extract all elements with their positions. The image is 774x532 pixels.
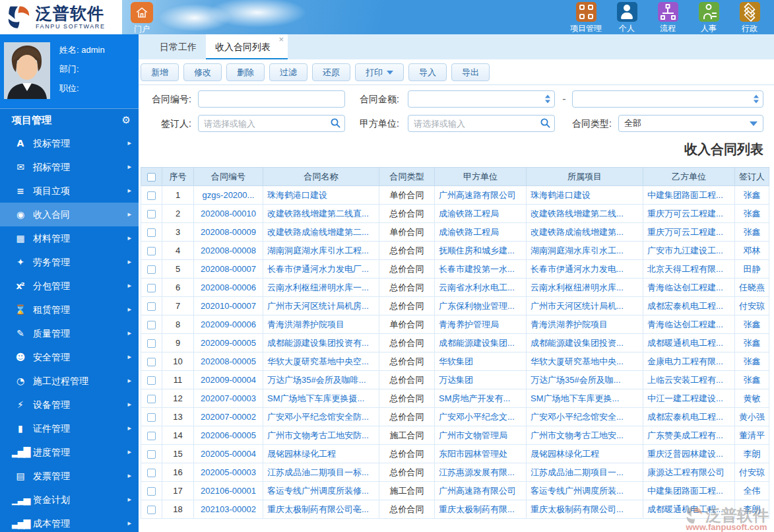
sidebar-item-lease[interactable]: ⌛租赁管理▸	[0, 298, 139, 321]
sidebar-item-invoice[interactable]: ▤发票管理▸	[0, 464, 139, 488]
checkbox[interactable]	[147, 321, 156, 329]
sidebar-item-bid[interactable]: A投标管理▸	[0, 131, 139, 155]
sidebar-item-tender[interactable]: ✉招标管理▸	[0, 155, 139, 179]
cell-party-a[interactable]: 广州高速路有限公司	[435, 482, 527, 500]
cell-name[interactable]: 重庆太极制药有限公司亳...	[263, 500, 379, 519]
sidebar-item-construction[interactable]: ◔施工过程管理▸	[0, 369, 139, 393]
cell-project[interactable]: 改建铁路成渝线增建第...	[527, 223, 643, 242]
cell-project[interactable]: 万达广场35#会所及咖...	[527, 371, 643, 389]
cell-code[interactable]: 202009-00005	[194, 334, 263, 352]
sidebar-item-safety[interactable]: ☻安全管理▸	[0, 345, 139, 369]
checkbox[interactable]	[147, 487, 156, 496]
delete-button[interactable]: 删除	[226, 63, 265, 81]
cell-code[interactable]: 202008-00009	[194, 223, 263, 242]
cell-party-b[interactable]: 青海临达创工程建...	[643, 279, 735, 297]
cell-name[interactable]: 客运专线广州调度所装修...	[263, 482, 379, 500]
cell-code[interactable]: 202010-00007	[194, 297, 263, 316]
checkbox[interactable]	[147, 265, 156, 274]
cell-code[interactable]: 202008-00005	[194, 352, 263, 371]
cell-party-a[interactable]: 广东保利物业管理...	[435, 297, 527, 316]
cell-code[interactable]: 202103-00002	[194, 500, 263, 519]
cell-name[interactable]: 广州市天河区统计局机房...	[263, 297, 379, 316]
cell-project[interactable]: 湖南洞庭湖水库引水工...	[527, 242, 643, 260]
restore-button[interactable]: 还原	[312, 63, 350, 81]
checkbox[interactable]	[147, 339, 156, 348]
spinner-icon[interactable]	[754, 95, 759, 104]
cell-party-a[interactable]: 长春市建投第一水...	[435, 260, 527, 279]
cell-party-a[interactable]: 万达集团	[435, 371, 527, 389]
cell-party-a[interactable]: 青海养护管理局	[435, 316, 527, 334]
cell-party-b[interactable]: 重庆万可云工程建...	[643, 223, 735, 242]
close-icon[interactable]: ×	[278, 34, 284, 45]
cell-party-b[interactable]: 成都暖通机电工程...	[643, 334, 735, 352]
cell-party-b[interactable]: 中建集团路面工程...	[643, 186, 735, 205]
cell-name[interactable]: 成都能源建设集团投资有...	[263, 334, 379, 352]
cell-party-b[interactable]: 中江一建工程建设...	[643, 389, 735, 408]
cell-name[interactable]: 青海洪湖养护院项目	[263, 316, 379, 334]
cell-project[interactable]: 广州市文物考古工地安...	[527, 426, 643, 445]
cell-name[interactable]: 广安邓小平纪念馆安全防...	[263, 408, 379, 426]
print-button[interactable]: 打印	[355, 63, 404, 81]
checkbox[interactable]	[147, 228, 156, 237]
cell-code[interactable]: 202008-00006	[194, 279, 263, 297]
sidebar-item-equipment[interactable]: ⚡设备管理▸	[0, 393, 139, 416]
cell-code[interactable]: 202008-00008	[194, 242, 263, 260]
cell-code[interactable]: 202007-00002	[194, 408, 263, 426]
cell-signer[interactable]: 张鑫	[735, 205, 769, 223]
cell-party-a[interactable]: 江苏惠源发展有限...	[435, 463, 527, 482]
cell-party-a[interactable]: 东阳市园林管理处	[435, 445, 527, 463]
sidebar-item-quality[interactable]: ✎质量管理▸	[0, 321, 139, 345]
cell-party-b[interactable]: 金康电力工程有限...	[643, 352, 735, 371]
checkbox[interactable]	[147, 191, 156, 200]
nav-module-personal[interactable]: 个人	[606, 2, 647, 34]
cell-project[interactable]: 珠海鹤港口建设	[527, 186, 643, 205]
cell-project[interactable]: 云南水利枢纽潜明水库...	[527, 279, 643, 297]
nav-module-admin[interactable]: 行政	[729, 2, 770, 34]
sidebar-item-certificate[interactable]: ▮证件管理▸	[0, 416, 139, 440]
contract-type-select[interactable]: 全部	[618, 115, 763, 132]
cell-name[interactable]: 万达广场35#会所及咖啡...	[263, 371, 379, 389]
cell-code[interactable]: 202009-00004	[194, 371, 263, 389]
search-icon[interactable]	[540, 117, 551, 131]
tab-income-contract-list[interactable]: 收入合同列表 ×	[206, 34, 288, 59]
cell-signer[interactable]: 李朗	[735, 500, 769, 519]
checkbox[interactable]	[147, 413, 156, 422]
cell-signer[interactable]: 付安琼	[735, 463, 769, 482]
sidebar-item-fund-plan[interactable]: ▁▃▅资金计划▸	[0, 488, 139, 512]
cell-name[interactable]: 长春市伊通河水力发电厂...	[263, 260, 379, 279]
cell-code[interactable]: 202005-00004	[194, 445, 263, 463]
checkbox[interactable]	[147, 450, 156, 459]
cell-project[interactable]: 重庆太极制药有限公司...	[527, 500, 643, 519]
cell-party-b[interactable]: 重庆泛普园林建设...	[643, 445, 735, 463]
cell-name[interactable]: 湖南洞庭湖水库引水工程...	[263, 242, 379, 260]
tab-daily-work[interactable]: 日常工作	[150, 34, 206, 59]
cell-party-b[interactable]: 康源达工程有限公司	[643, 463, 735, 482]
search-icon[interactable]	[330, 117, 341, 131]
nav-module-project[interactable]: 项目管理	[565, 2, 606, 34]
cell-signer[interactable]: 张鑫	[735, 352, 769, 371]
cell-party-a[interactable]: 重庆太极制药有限...	[435, 500, 527, 519]
cell-party-a[interactable]: 抚顺住房和城乡建...	[435, 242, 527, 260]
checkbox[interactable]	[147, 173, 156, 182]
cell-signer[interactable]: 邓林	[735, 242, 769, 260]
cell-name[interactable]: 云南水利枢纽潜明水库一...	[263, 279, 379, 297]
cell-code[interactable]: 202006-00005	[194, 426, 263, 445]
sidebar-item-labor[interactable]: ✦劳务管理▸	[0, 250, 139, 274]
cell-party-a[interactable]: 云南省水利水电工...	[435, 279, 527, 297]
cell-project[interactable]: 江苏成品油二期项目一...	[527, 463, 643, 482]
sidebar-item-income-contract[interactable]: ◉收入合同▸	[0, 203, 139, 226]
cell-project[interactable]: 成都能源建设集团投资...	[527, 334, 643, 352]
add-button[interactable]: 新增	[141, 63, 179, 81]
cell-party-a[interactable]: 成渝铁路工程局	[435, 223, 527, 242]
amount-from-input[interactable]	[408, 90, 555, 108]
cell-party-b[interactable]: 青海临达创工程建...	[643, 316, 735, 334]
cell-project[interactable]: 改建铁路线增建第二线...	[527, 205, 643, 223]
cell-code[interactable]: 202007-00003	[194, 389, 263, 408]
checkbox[interactable]	[147, 247, 156, 255]
cell-name[interactable]: 华软大厦研究基地中央空...	[263, 352, 379, 371]
cell-party-a[interactable]: 成都能源建设集团...	[435, 334, 527, 352]
cell-signer[interactable]: 全伟	[735, 482, 769, 500]
cell-signer[interactable]: 张鑫	[735, 334, 769, 352]
cell-party-a[interactable]: 广安邓小平纪念文...	[435, 408, 527, 426]
sidebar-item-subcontract[interactable]: x²分包管理▸	[0, 274, 139, 298]
